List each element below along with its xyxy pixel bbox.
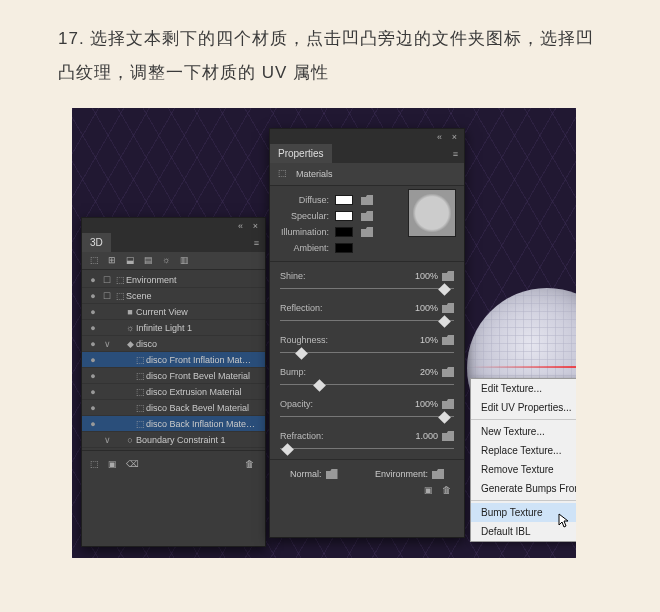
item-type-icon: ⬚ (134, 419, 146, 429)
illumination-folder-icon[interactable] (361, 227, 373, 237)
filter6-icon[interactable]: ▥ (180, 255, 192, 267)
layer-new-icon[interactable]: ⬚ (90, 459, 102, 471)
panel-menu-icon[interactable]: ≡ (453, 149, 458, 159)
visibility-toggle-icon[interactable]: ● (86, 371, 100, 381)
diffuse-swatch[interactable] (335, 195, 353, 205)
3d-panel-titlebar[interactable]: « × (82, 218, 265, 233)
ambient-swatch[interactable] (335, 243, 353, 253)
scene-item-label: disco (136, 339, 265, 349)
3d-panel-footer: ⬚ ▣ ⌫ 🗑 (82, 450, 265, 478)
visibility-toggle-icon[interactable]: ● (86, 339, 100, 349)
illumination-swatch[interactable] (335, 227, 353, 237)
scene-tree-item[interactable]: ●⬚disco Front Bevel Material (82, 368, 265, 384)
panel-close-icon[interactable]: × (449, 131, 460, 142)
visibility-toggle-icon[interactable]: ● (86, 419, 100, 429)
properties-titlebar[interactable]: « × (270, 129, 464, 144)
filter3-icon[interactable]: ⬓ (126, 255, 138, 267)
new-material-icon[interactable]: ▣ (424, 485, 436, 497)
trash-icon[interactable]: 🗑 (245, 459, 257, 471)
specular-folder-icon[interactable] (361, 211, 373, 221)
refraction-slider[interactable] (280, 444, 454, 454)
panel-menu-icon[interactable]: ≡ (254, 238, 259, 248)
reflection-slider-row: Reflection:100% (280, 300, 454, 326)
ambient-label: Ambient: (280, 243, 335, 253)
shine-slider[interactable] (280, 284, 454, 294)
refraction-folder-icon[interactable] (442, 431, 454, 441)
scene-tree-item[interactable]: ●☐⬚Environment (82, 272, 265, 288)
expand-toggle-icon[interactable]: ∨ (100, 339, 114, 349)
bump-slider[interactable] (280, 380, 454, 390)
scene-tree-item[interactable]: ●⬚disco Back Inflation Mate… (82, 416, 265, 432)
panel-collapse-icon[interactable]: « (235, 220, 246, 231)
scene-tree-item[interactable]: ●⬚disco Back Bevel Material (82, 400, 265, 416)
expand-toggle-icon[interactable]: ☐ (100, 291, 114, 301)
scene-tree-item[interactable]: ●⬚disco Front Inflation Mat… (82, 352, 265, 368)
roughness-slider[interactable] (280, 348, 454, 358)
filter-icon[interactable]: ⬚ (90, 255, 102, 267)
menu-item[interactable]: Default IBL (471, 522, 576, 541)
material-preview[interactable] (408, 189, 456, 237)
roughness-folder-icon[interactable] (442, 335, 454, 345)
layer-del-icon[interactable]: ⌫ (126, 459, 138, 471)
opacity-slider[interactable] (280, 412, 454, 422)
scene-tree-item[interactable]: ●☐⬚Scene (82, 288, 265, 304)
menu-item[interactable]: Remove Texture (471, 460, 576, 479)
menu-item[interactable]: Edit UV Properties... (471, 398, 576, 417)
instruction-text: 17. 选择文本剩下的四个材质，点击凹凸旁边的文件夹图标，选择凹凸纹理，调整一下… (0, 0, 660, 108)
expand-toggle-icon[interactable]: ☐ (100, 275, 114, 285)
reflection-slider[interactable] (280, 316, 454, 326)
item-type-icon: ⬚ (134, 387, 146, 397)
delete-material-icon[interactable]: 🗑 (442, 485, 454, 497)
scene-tree-item[interactable]: ●☼Infinite Light 1 (82, 320, 265, 336)
shine-value[interactable]: 100% (404, 271, 438, 281)
scene-item-label: Boundary Constraint 1 (136, 435, 265, 445)
item-type-icon: ⬚ (134, 355, 146, 365)
visibility-toggle-icon[interactable]: ● (86, 307, 100, 317)
visibility-toggle-icon[interactable]: ● (86, 275, 100, 285)
bump-value[interactable]: 20% (404, 367, 438, 377)
reflection-value[interactable]: 100% (404, 303, 438, 313)
specular-swatch[interactable] (335, 211, 353, 221)
filter5-icon[interactable]: ☼ (162, 255, 174, 267)
diffuse-folder-icon[interactable] (361, 195, 373, 205)
menu-item[interactable]: Generate Bumps From I (471, 479, 576, 498)
menu-separator (471, 419, 576, 420)
menu-item[interactable]: Bump Texture (471, 503, 576, 522)
environment-folder-icon[interactable] (432, 469, 444, 479)
visibility-toggle-icon[interactable]: ● (86, 387, 100, 397)
ambient-row: Ambient: (280, 240, 454, 256)
scene-item-label: Environment (126, 275, 265, 285)
opacity-value[interactable]: 100% (404, 399, 438, 409)
item-type-icon: ⬚ (134, 403, 146, 413)
shine-folder-icon[interactable] (442, 271, 454, 281)
menu-item[interactable]: Replace Texture... (471, 441, 576, 460)
reflection-folder-icon[interactable] (442, 303, 454, 313)
roughness-value[interactable]: 10% (404, 335, 438, 345)
panel-collapse-icon[interactable]: « (434, 131, 445, 142)
layer-dup-icon[interactable]: ▣ (108, 459, 120, 471)
bump-folder-icon[interactable] (442, 367, 454, 377)
visibility-toggle-icon[interactable]: ● (86, 291, 100, 301)
refraction-value[interactable]: 1.000 (404, 431, 438, 441)
expand-toggle-icon[interactable]: ∨ (100, 435, 114, 445)
scene-tree-item[interactable]: ●∨◆disco (82, 336, 265, 352)
scene-tree-item[interactable]: ∨○Boundary Constraint 1 (82, 432, 265, 448)
menu-item[interactable]: Edit Texture... (471, 379, 576, 398)
step-number: 17. (58, 29, 85, 48)
panel-close-icon[interactable]: × (250, 220, 261, 231)
visibility-toggle-icon[interactable]: ● (86, 323, 100, 333)
scene-tree-item[interactable]: ●⬚disco Extrusion Material (82, 384, 265, 400)
properties-tab[interactable]: Properties (270, 144, 332, 163)
scene-tree-item[interactable]: ●■Current View (82, 304, 265, 320)
filter4-icon[interactable]: ▤ (144, 255, 156, 267)
visibility-toggle-icon[interactable]: ● (86, 403, 100, 413)
illumination-label: Illumination: (280, 227, 335, 237)
3d-panel-tab[interactable]: 3D (82, 233, 111, 252)
normal-folder-icon[interactable] (326, 469, 338, 479)
roughness-label: Roughness: (280, 335, 335, 345)
opacity-folder-icon[interactable] (442, 399, 454, 409)
filter2-icon[interactable]: ⊞ (108, 255, 120, 267)
visibility-toggle-icon[interactable]: ● (86, 355, 100, 365)
menu-item[interactable]: New Texture... (471, 422, 576, 441)
scene-item-label: Scene (126, 291, 265, 301)
